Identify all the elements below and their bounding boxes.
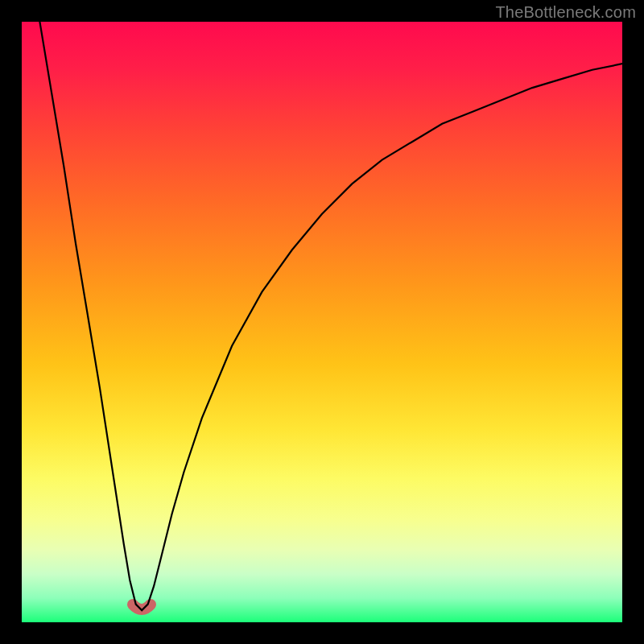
plot-area <box>22 22 622 622</box>
watermark-text: TheBottleneck.com <box>495 3 636 22</box>
bottleneck-curve <box>39 22 622 610</box>
curve-svg <box>22 22 622 622</box>
chart-frame: TheBottleneck.com <box>0 0 644 644</box>
